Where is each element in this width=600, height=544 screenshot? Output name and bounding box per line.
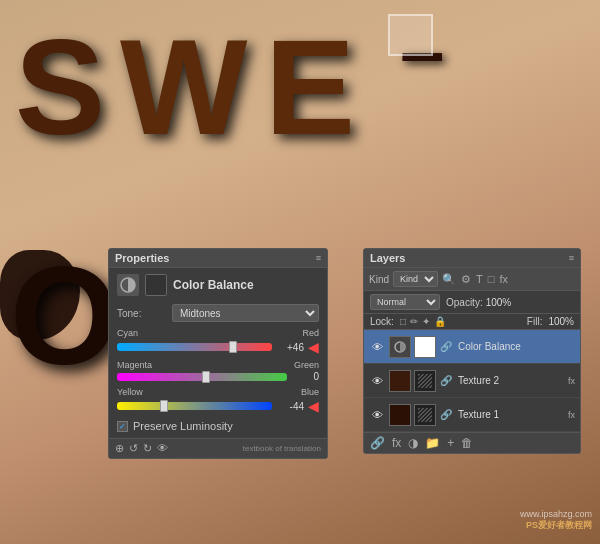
link-layers-icon[interactable]: 🔗 bbox=[370, 436, 385, 450]
choc-letter-w: W bbox=[120, 10, 245, 165]
eye-icon[interactable]: 👁 bbox=[157, 442, 168, 455]
filter-icons: 🔍 ⚙ T □ fx bbox=[442, 273, 508, 286]
watermark-site1: www.ipsahzg.com bbox=[520, 509, 592, 519]
cyan-red-arrow: ◀ bbox=[308, 339, 319, 355]
choc-letter-e: E bbox=[265, 10, 353, 165]
choc-letter-o: O bbox=[10, 235, 117, 397]
layer-mask-texture2 bbox=[414, 370, 436, 392]
opacity-row: Opacity: 100% bbox=[446, 297, 511, 308]
layer-color-balance[interactable]: 👁 🔗 Color Balance bbox=[364, 330, 580, 364]
magenta-green-slider-container: 0 bbox=[117, 371, 319, 382]
layer-texture2[interactable]: 👁 🔗 Texture 2 fx bbox=[364, 364, 580, 398]
layer-eye-texture1[interactable]: 👁 bbox=[369, 407, 385, 423]
preserve-luminosity-row: ✓ Preserve Luminosity bbox=[117, 420, 319, 432]
layer-chain-texture1: 🔗 bbox=[440, 409, 454, 420]
layer-mask-color-balance bbox=[414, 336, 436, 358]
fill-label: Fill: bbox=[527, 316, 543, 327]
yellow-blue-value: -44 bbox=[276, 401, 304, 412]
layer-name-texture1: Texture 1 bbox=[458, 409, 564, 420]
magenta-green-value: 0 bbox=[291, 371, 319, 382]
preserve-luminosity-checkbox[interactable]: ✓ bbox=[117, 421, 128, 432]
new-group-icon[interactable]: 📁 bbox=[425, 436, 440, 450]
lock-label: Lock: bbox=[370, 316, 394, 327]
adj-icon2 bbox=[145, 274, 167, 296]
redo-icon[interactable]: ↻ bbox=[143, 442, 152, 455]
adj-icon bbox=[117, 274, 139, 296]
layer-mask-texture1 bbox=[414, 404, 436, 426]
yellow-blue-thumb[interactable] bbox=[160, 400, 168, 412]
tone-select[interactable]: Shadows Midtones Highlights bbox=[172, 304, 319, 322]
magenta-green-thumb[interactable] bbox=[202, 371, 210, 383]
lock-transparent-icon[interactable]: □ bbox=[400, 316, 406, 327]
yellow-blue-track[interactable] bbox=[117, 402, 272, 410]
filter-fx-icon[interactable]: fx bbox=[499, 273, 508, 285]
properties-titlebar: Properties ≡ bbox=[109, 249, 327, 268]
cyan-red-slider-container: +46 ◀ bbox=[117, 339, 319, 355]
filter-type-icon[interactable]: T bbox=[476, 273, 483, 285]
properties-panel: Properties ≡ Color Balance Tone: Shadows… bbox=[108, 248, 328, 459]
layer-chain-icon: 🔗 bbox=[440, 341, 454, 352]
yellow-blue-slider-row: Yellow Blue -44 ◀ bbox=[117, 387, 319, 414]
layer-eye-color-balance[interactable]: 👁 bbox=[369, 339, 385, 355]
cyan-red-slider-row: Cyan Red +46 ◀ bbox=[117, 328, 319, 355]
add-style-icon[interactable]: fx bbox=[392, 436, 401, 450]
add-mask-icon[interactable]: ◑ bbox=[408, 436, 418, 450]
lock-icons: □ ✏ ✦ 🔒 bbox=[400, 316, 446, 327]
blue-label: Blue bbox=[301, 387, 319, 397]
filter-search-icon[interactable]: 🔍 bbox=[442, 273, 456, 286]
watermark: www.ipsahzg.com PS爱好者教程网 bbox=[520, 509, 592, 532]
properties-menu-btn[interactable]: ≡ bbox=[316, 253, 321, 263]
yellow-blue-slider-container: -44 ◀ bbox=[117, 398, 319, 414]
cyan-label: Cyan bbox=[117, 328, 138, 338]
choc-letter-s: S bbox=[15, 10, 103, 165]
tone-row: Tone: Shadows Midtones Highlights bbox=[117, 304, 319, 322]
yellow-blue-labels: Yellow Blue bbox=[117, 387, 319, 397]
kind-select[interactable]: Kind bbox=[393, 271, 438, 287]
magenta-green-track[interactable] bbox=[117, 373, 287, 381]
kind-label: Kind bbox=[369, 274, 389, 285]
filter-gear-icon[interactable]: ⚙ bbox=[461, 273, 471, 286]
highlight-box bbox=[388, 14, 433, 56]
blend-mode-select[interactable]: Normal bbox=[370, 294, 440, 310]
lock-move-icon[interactable]: ✦ bbox=[422, 316, 430, 327]
lock-fill-row: Lock: □ ✏ ✦ 🔒 Fill: 100% bbox=[364, 314, 580, 330]
properties-footer-icons: ⊕ ↺ ↻ 👁 bbox=[115, 442, 168, 455]
layer-fx-texture2: fx bbox=[568, 376, 575, 386]
layer-fx-texture1: fx bbox=[568, 410, 575, 420]
layer-texture1[interactable]: 👁 🔗 Texture 1 fx bbox=[364, 398, 580, 432]
properties-title: Properties bbox=[115, 252, 169, 264]
lock-paint-icon[interactable]: ✏ bbox=[410, 316, 418, 327]
adjustment-name: Color Balance bbox=[173, 278, 254, 292]
layers-title: Layers bbox=[370, 252, 405, 264]
layers-titlebar: Layers ≡ bbox=[364, 249, 580, 268]
delete-layer-icon[interactable]: 🗑 bbox=[461, 436, 473, 450]
fill-row: Fill: 100% bbox=[527, 316, 574, 327]
add-layer-icon[interactable]: ⊕ bbox=[115, 442, 124, 455]
layer-name-texture2: Texture 2 bbox=[458, 375, 564, 386]
layers-panel: Layers ≡ Kind Kind 🔍 ⚙ T □ fx Normal Opa… bbox=[363, 248, 581, 454]
yellow-blue-arrow: ◀ bbox=[308, 398, 319, 414]
opacity-label: Opacity: bbox=[446, 297, 483, 308]
properties-footer: ⊕ ↺ ↻ 👁 textbook of translation bbox=[109, 438, 327, 458]
layers-kind-toolbar: Kind Kind 🔍 ⚙ T □ fx bbox=[364, 268, 580, 291]
lock-all-icon[interactable]: 🔒 bbox=[434, 316, 446, 327]
reset-icon[interactable]: ↺ bbox=[129, 442, 138, 455]
layers-menu-btn[interactable]: ≡ bbox=[569, 253, 574, 263]
cyan-red-track[interactable] bbox=[117, 343, 272, 351]
green-label: Green bbox=[294, 360, 319, 370]
adjustment-header: Color Balance bbox=[117, 274, 319, 296]
layers-panel-controls: ≡ bbox=[569, 253, 574, 263]
layer-chain-texture2: 🔗 bbox=[440, 375, 454, 386]
new-layer-icon[interactable]: + bbox=[447, 436, 454, 450]
properties-content: Color Balance Tone: Shadows Midtones Hig… bbox=[109, 268, 327, 438]
layer-eye-texture2[interactable]: 👁 bbox=[369, 373, 385, 389]
layer-link-icon bbox=[389, 336, 411, 358]
filter-shape-icon[interactable]: □ bbox=[488, 273, 495, 285]
layers-footer-icons: 🔗 fx ◑ 📁 + 🗑 bbox=[370, 436, 473, 450]
cyan-red-thumb[interactable] bbox=[229, 341, 237, 353]
footer-hint: textbook of translation bbox=[243, 444, 321, 453]
layer-thumb-texture1 bbox=[389, 404, 411, 426]
blend-opacity-row: Normal Opacity: 100% bbox=[364, 291, 580, 314]
opacity-value: 100% bbox=[486, 297, 512, 308]
layer-name-color-balance: Color Balance bbox=[458, 341, 575, 352]
